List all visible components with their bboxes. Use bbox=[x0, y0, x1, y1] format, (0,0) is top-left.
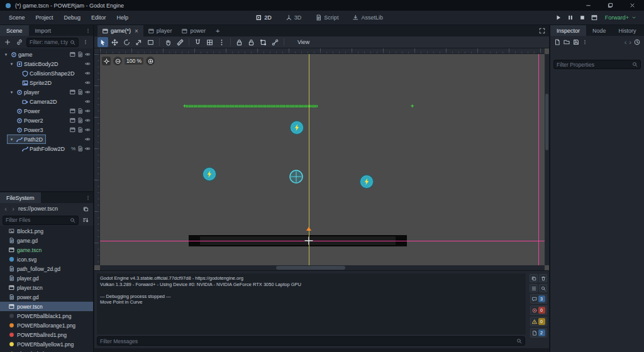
file-powerballorange1-png[interactable]: POWERballorange1.png bbox=[0, 321, 93, 330]
distraction-free-icon[interactable] bbox=[535, 25, 549, 36]
power-sprite[interactable] bbox=[360, 175, 374, 189]
save-resource-button[interactable] bbox=[573, 39, 579, 45]
tree-node-pathfollow2d[interactable]: PathFollow2D % bbox=[0, 144, 93, 153]
canvas-vertical-scrollbar[interactable] bbox=[545, 54, 549, 265]
visibility-eye-button[interactable] bbox=[85, 146, 91, 151]
vertical-guide[interactable] bbox=[538, 54, 539, 265]
tool-magnet-button[interactable] bbox=[192, 37, 203, 47]
tool-pan-button[interactable] bbox=[163, 37, 174, 47]
workspace-assetlib[interactable]: AssetLib bbox=[347, 13, 388, 23]
close-icon[interactable] bbox=[630, 3, 635, 8]
tool-rectsel-button[interactable] bbox=[145, 37, 156, 47]
workspace-script[interactable]: Script bbox=[310, 13, 343, 23]
add-node-button[interactable] bbox=[3, 38, 13, 47]
file-thunderbolt1-png[interactable]: Thunderbolt1.png bbox=[0, 349, 93, 352]
filesystem-tab[interactable]: FileSystem bbox=[0, 192, 41, 203]
view-menu-button[interactable]: View bbox=[292, 38, 314, 47]
focus-selection-button[interactable] bbox=[102, 57, 111, 65]
collapse-duplicates-button[interactable] bbox=[530, 284, 538, 292]
toggle-errors-button[interactable]: 0 bbox=[530, 305, 547, 315]
scene-tab-game[interactable]: game(*) × bbox=[97, 25, 143, 36]
canvas-horizontal-scrollbar[interactable] bbox=[100, 265, 545, 270]
path2d-curve[interactable]: ››››››››››››››››››››››››››››››››››››››››… bbox=[186, 102, 413, 110]
visibility-eye-button[interactable] bbox=[85, 70, 91, 76]
menu-editor[interactable]: Editor bbox=[86, 13, 111, 23]
file-path-follow-2d-gd[interactable]: path_follow_2d.gd bbox=[0, 264, 93, 273]
tree-node-power2[interactable]: Power2 bbox=[0, 116, 93, 125]
tool-lock-button[interactable] bbox=[234, 37, 245, 47]
file-player-tscn[interactable]: player.tscn bbox=[0, 283, 93, 292]
file-filter-input[interactable] bbox=[6, 217, 68, 223]
scene-tree-menu-icon[interactable] bbox=[80, 38, 91, 47]
movie-button[interactable] bbox=[70, 127, 75, 133]
filesystem-dock-menu-icon[interactable] bbox=[83, 192, 93, 203]
visibility-eye-button[interactable] bbox=[85, 127, 91, 133]
menu-project[interactable]: Project bbox=[31, 13, 58, 23]
collapse-arrow-icon[interactable]: ▾ bbox=[3, 52, 9, 57]
script-button[interactable] bbox=[77, 108, 83, 114]
visibility-eye-button[interactable] bbox=[85, 136, 91, 142]
movie-button[interactable] bbox=[591, 14, 597, 21]
scene-filter-input[interactable] bbox=[30, 39, 68, 45]
minimize-icon[interactable] bbox=[586, 3, 591, 8]
tree-node-camera2d[interactable]: Camera2D bbox=[0, 97, 93, 106]
file-icon-svg[interactable]: icon.svg bbox=[0, 255, 93, 264]
property-filter-input[interactable] bbox=[557, 62, 630, 68]
menu-scene[interactable]: Scene bbox=[4, 13, 30, 23]
script-button[interactable] bbox=[77, 146, 83, 151]
dock-tab-import[interactable]: Import bbox=[29, 25, 58, 36]
zoom-in-button[interactable] bbox=[146, 57, 155, 65]
file-sort-button[interactable] bbox=[80, 216, 91, 225]
visibility-eye-button[interactable] bbox=[85, 108, 91, 114]
path-point-start[interactable]: + bbox=[183, 103, 186, 109]
script-button[interactable] bbox=[77, 127, 83, 133]
tree-node-collisionshape2d[interactable]: CollisionShape2D bbox=[0, 69, 93, 78]
dock-tab-scene[interactable]: Scene bbox=[0, 25, 29, 36]
tool-group-button[interactable] bbox=[258, 37, 269, 47]
file-player-gd[interactable]: player.gd bbox=[0, 273, 93, 283]
tool-ruler-button[interactable] bbox=[175, 37, 186, 47]
history-button[interactable] bbox=[634, 39, 640, 45]
tree-node-player[interactable]: ▾ player bbox=[0, 87, 93, 97]
path-point-end[interactable]: + bbox=[411, 103, 414, 109]
edit-prev-button[interactable]: ‹ bbox=[625, 39, 627, 45]
visibility-eye-button[interactable] bbox=[85, 118, 91, 123]
new-scene-tab-button[interactable]: + bbox=[211, 25, 225, 36]
pause-button[interactable] bbox=[567, 14, 574, 21]
renderer-dropdown[interactable]: Forward+ bbox=[605, 14, 636, 21]
tool-move-button[interactable] bbox=[109, 37, 120, 47]
history-back-button[interactable]: ‹ bbox=[3, 206, 8, 212]
workspace-3d[interactable]: 3D bbox=[280, 13, 307, 23]
script-button[interactable] bbox=[77, 52, 83, 57]
movie-button[interactable] bbox=[70, 52, 75, 57]
tree-node-sprite2d[interactable]: Sprite2D bbox=[0, 78, 93, 87]
file-power-gd[interactable]: power.gd bbox=[0, 292, 93, 302]
script-button[interactable] bbox=[77, 118, 83, 123]
curve-point-handle[interactable] bbox=[306, 227, 311, 231]
file-power-tscn[interactable]: power.tscn bbox=[0, 302, 93, 311]
menu-help[interactable]: Help bbox=[112, 13, 134, 23]
file-game-gd[interactable]: game.gd bbox=[0, 236, 93, 245]
history-forward-button[interactable]: › bbox=[11, 206, 16, 212]
stop-button[interactable] bbox=[579, 14, 586, 21]
tool-bone-button[interactable] bbox=[270, 37, 280, 47]
menu-debug[interactable]: Debug bbox=[59, 13, 86, 23]
movie-button[interactable] bbox=[70, 118, 75, 123]
tree-node-power[interactable]: Power bbox=[0, 106, 93, 116]
file-powerballred1-png[interactable]: POWERballred1.png bbox=[0, 330, 93, 339]
tool-gridsnap-button[interactable] bbox=[204, 37, 215, 47]
resource-menu-icon[interactable] bbox=[582, 40, 587, 45]
ruler-vertical[interactable] bbox=[94, 54, 100, 265]
scene-tab-player[interactable]: player bbox=[143, 25, 177, 36]
load-resource-button[interactable] bbox=[564, 39, 570, 45]
zoom-level[interactable]: 100 % bbox=[125, 57, 143, 65]
toggle-messages-button[interactable]: 3 bbox=[530, 294, 547, 304]
unique-name-icon[interactable]: % bbox=[71, 146, 75, 151]
workspace-2d[interactable]: 2D bbox=[250, 13, 277, 23]
collapse-arrow-icon[interactable]: ▾ bbox=[9, 62, 14, 67]
tool-scale-button[interactable] bbox=[133, 37, 144, 47]
toggle-editor-messages-button[interactable]: 2 bbox=[530, 328, 547, 338]
tool-unlock-button[interactable] bbox=[246, 37, 257, 47]
power-sprite[interactable] bbox=[203, 167, 216, 181]
script-button[interactable] bbox=[77, 89, 83, 95]
